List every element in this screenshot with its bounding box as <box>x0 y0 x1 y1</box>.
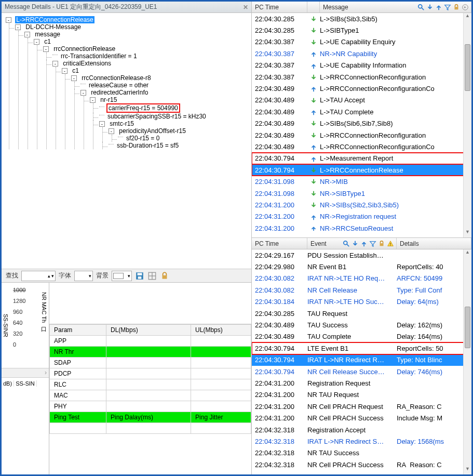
filter-icon[interactable] <box>369 240 376 247</box>
tree-node[interactable]: DL-DCCH-Message <box>24 23 82 31</box>
event-row[interactable]: 22:04:32.318Registration Accept <box>252 424 471 435</box>
event-row[interactable]: 22:04:29.167PDU Session Establish… <box>252 249 471 261</box>
lock-icon[interactable] <box>160 271 169 281</box>
tree-leaf-highlight[interactable]: carrierFreq-r15 = 504990 <box>106 103 180 113</box>
message-row[interactable]: 22:04:30.794L->Measurement Report <box>252 153 471 164</box>
message-row[interactable]: 22:04:30.285L->SIBs(Sib3,Sib5) <box>252 13 471 24</box>
param-row[interactable]: Ping TestPing Dalay(ms)Ping Jitter <box>50 412 251 423</box>
event-row[interactable]: 22:04:31.200NR Cell PRACH RequestRA_Reas… <box>252 401 471 412</box>
message-row[interactable]: 22:04:30.489L->RRCConnectionReconfigurat… <box>252 129 471 141</box>
tree-node[interactable]: rrcConnectionRelease-r8 <box>80 74 152 82</box>
message-row[interactable]: 22:04:31.200NR->SIBs(Sib2,Sib3,Sib5) <box>252 199 471 210</box>
event-row[interactable]: 22:04:30.794LTE Event B1ReportCells: 50 <box>252 342 471 354</box>
event-row[interactable]: 22:04:31.200NR Cell PRACH SuccessInclude… <box>252 412 471 424</box>
col-event[interactable]: Event <box>307 238 397 249</box>
param-row[interactable]: SDAP <box>50 358 251 368</box>
lock-icon[interactable] <box>453 3 460 11</box>
font-combo[interactable]: ▾ <box>74 271 93 281</box>
message-row[interactable]: 22:04:30.387NR->NR Capability <box>252 48 471 59</box>
tree-node[interactable]: c1 <box>43 38 52 45</box>
message-row[interactable]: 22:04:30.285L->SIBType1 <box>252 24 471 36</box>
more-icon[interactable] <box>462 3 469 11</box>
tree-node[interactable]: nr-r15 <box>99 96 118 103</box>
expand-icon[interactable] <box>80 90 86 96</box>
event-row[interactable]: 22:04:31.200Registration Request <box>252 377 471 389</box>
expand-icon[interactable] <box>6 17 11 23</box>
message-row[interactable]: 22:04:31.098NR->SIBType1 <box>252 188 471 199</box>
param-row[interactable]: PDCP <box>50 368 251 379</box>
col-time[interactable]: PC Time <box>252 238 307 249</box>
tree-leaf[interactable]: subcarrierSpacingSSB-r15 = kHz30 <box>106 113 207 120</box>
message-row[interactable]: 22:04:30.489L->TAU Complete <box>252 106 471 117</box>
event-row[interactable]: 22:04:30.082IRAT NR->LTE HO Req…ARFCN: 5… <box>252 273 471 284</box>
filter-icon[interactable] <box>444 3 451 11</box>
find-combo[interactable]: ▴▾ <box>21 271 56 281</box>
event-row[interactable]: 22:04:32.318NR TAU Success <box>252 447 471 459</box>
tree-node[interactable]: message <box>34 31 61 38</box>
param-row[interactable]: RLC <box>50 379 251 390</box>
tree-node[interactable]: redirectedCarrierInfo <box>90 89 149 96</box>
param-header[interactable]: Param <box>50 325 106 336</box>
save-icon[interactable] <box>135 271 144 281</box>
event-row[interactable]: 22:04:30.184IRAT NR->LTE HO Suc…Delay: 6… <box>252 296 471 308</box>
expand-icon[interactable] <box>90 97 96 103</box>
col-details[interactable]: Details <box>397 238 471 249</box>
expand-icon[interactable] <box>99 121 105 127</box>
param-row[interactable]: MAC <box>50 390 251 401</box>
tree-node[interactable]: criticalExtensions <box>62 60 112 67</box>
message-row[interactable]: 22:04:30.387L->UE Capability Information <box>252 60 471 71</box>
scrollbar[interactable]: ▲▼ <box>463 13 471 237</box>
col-message[interactable]: Message <box>320 2 471 12</box>
event-row[interactable]: 22:04:30.794IRAT L->NR Redirect R…Type: … <box>252 354 471 366</box>
grid-icon[interactable] <box>147 271 157 281</box>
up-arrow-icon[interactable] <box>435 3 442 11</box>
message-row[interactable]: 22:04:30.794L->RRCConnectionRelease <box>252 164 471 176</box>
tree-leaf[interactable]: releaseCause = other <box>88 82 150 89</box>
expand-icon[interactable] <box>52 61 58 67</box>
param-row[interactable]: PHY <box>50 401 251 412</box>
message-row[interactable]: 22:04:30.489L->SIBs(Sib6,Sib7,Sib8) <box>252 118 471 129</box>
message-row[interactable]: 22:04:30.489L->RRCConnectionReconfigurat… <box>252 83 471 94</box>
param-table[interactable]: Param DL(Mbps) UL(Mbps) APPNR ThrSDAPPDC… <box>49 324 251 474</box>
message-row[interactable]: 22:04:30.387L->UE Capability Enquiry <box>252 36 471 48</box>
expand-icon[interactable] <box>109 128 114 134</box>
down-arrow-icon[interactable] <box>426 3 434 11</box>
message-row[interactable]: 22:04:31.200NR->Registration request <box>252 211 471 222</box>
expand-icon[interactable] <box>15 24 21 30</box>
down-arrow-icon[interactable] <box>352 240 359 247</box>
event-row[interactable]: 22:04:30.285TAU Request <box>252 308 471 319</box>
col-direction[interactable] <box>307 2 320 12</box>
search-icon[interactable] <box>343 240 350 247</box>
message-row[interactable]: 22:04:31.098NR->MIB <box>252 176 471 187</box>
event-row[interactable]: 22:04:30.489TAU SuccessDelay: 162(ms) <box>252 319 471 330</box>
event-row[interactable]: 22:04:30.489TAU CompleteDelay: 164(ms) <box>252 331 471 342</box>
event-list[interactable]: 22:04:29.167PDU Session Establish…22:04:… <box>252 249 471 474</box>
message-row[interactable]: 22:04:30.489L->TAU Accept <box>252 95 471 106</box>
message-list[interactable]: 22:04:30.285L->SIBs(Sib3,Sib5)22:04:30.2… <box>252 13 471 237</box>
event-row[interactable]: 22:04:32.318IRAT L->NR Redirect S…Delay:… <box>252 435 471 447</box>
event-row[interactable]: 22:04:32.318NR Cell PRACH SuccessRA_Reas… <box>252 459 471 467</box>
message-row[interactable]: 22:04:31.200NR->RRCSetupRequest <box>252 222 471 231</box>
graph-scrollbar[interactable]: › <box>2 368 49 377</box>
warning-icon[interactable] <box>387 240 394 247</box>
event-row[interactable]: 22:04:29.980NR Event B1ReportCells: 40 <box>252 261 471 272</box>
tree-leaf[interactable]: sf20-r15 = 0 <box>125 135 160 142</box>
param-header[interactable]: DL(Mbps) <box>106 325 191 336</box>
event-row[interactable]: 22:04:30.082NR Cell ReleaseType: Full Co… <box>252 284 471 296</box>
up-arrow-icon[interactable] <box>360 240 368 247</box>
message-row[interactable]: 22:04:30.489L->RRCConnectionReconfigurat… <box>252 141 471 152</box>
tree-leaf[interactable]: ssb-Duration-r15 = sf5 <box>116 142 180 149</box>
event-row[interactable]: 22:04:30.794NR Cell Release Succe…Delay:… <box>252 366 471 377</box>
tree-node[interactable]: smtc-r15 <box>109 120 135 127</box>
param-header[interactable]: UL(Mbps) <box>191 325 251 336</box>
event-row[interactable]: 22:04:31.200NR TAU Request <box>252 389 471 401</box>
tree-node[interactable]: rrcConnectionRelease <box>52 45 116 52</box>
tree-leaf[interactable]: rrc-TransactionIdentifier = 1 <box>60 52 138 60</box>
param-row[interactable]: NR Thr <box>50 347 251 358</box>
search-icon[interactable] <box>417 3 425 11</box>
close-icon[interactable]: ✕ <box>243 4 248 11</box>
expand-icon[interactable] <box>62 68 67 74</box>
lock-icon[interactable] <box>378 240 385 247</box>
bg-combo[interactable]: ▾ <box>112 271 132 281</box>
tree-node[interactable]: c1 <box>71 67 80 74</box>
